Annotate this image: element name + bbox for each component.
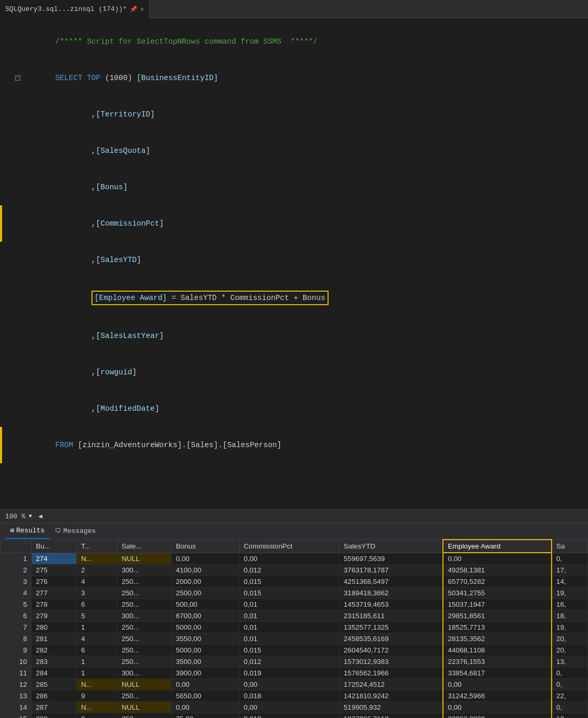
col-header-sale: Sale... bbox=[117, 540, 172, 553]
cell-rownum: 10 bbox=[1, 656, 32, 668]
cell-bonus: 75,00 bbox=[172, 713, 239, 719]
cell-award: 49258,1381 bbox=[443, 565, 552, 576]
from-content: FROM [zinzin_AdventureWorks].[Sales].[Sa… bbox=[26, 427, 588, 463]
cell-award: 65770,5282 bbox=[443, 576, 552, 588]
territory-content: ,[TerritoryID] bbox=[26, 96, 588, 133]
collapse-icon[interactable] bbox=[15, 75, 20, 81]
cell-ytd: 1576562,1966 bbox=[339, 668, 443, 679]
cell-sale: 300... bbox=[117, 565, 172, 576]
table-row: 62795300...6700,000,012315185,61129851,8… bbox=[1, 610, 588, 622]
cell-ytd: 1421810,9242 bbox=[339, 690, 443, 702]
commission-line: ,[CommissionPct] bbox=[0, 205, 588, 242]
select-line: SELECT TOP (1000) [BusinessEntityID] bbox=[0, 60, 588, 96]
close-icon[interactable]: ✕ bbox=[140, 6, 144, 12]
cell-comm: 0,015 bbox=[239, 645, 339, 656]
gutter-7 bbox=[0, 278, 26, 318]
gutter-11 bbox=[0, 427, 26, 463]
saleslastyear-line: ,[SalesLastYear] bbox=[0, 318, 588, 354]
table-row: 102831250...3500,000,0121573012,93832237… bbox=[1, 656, 588, 668]
tab-results[interactable]: ⊞ Results bbox=[5, 524, 50, 539]
cell-ytd: 2604540,7172 bbox=[339, 645, 443, 656]
bonus-line: ,[Bonus] bbox=[0, 169, 588, 205]
cell-bonus: 2500,00 bbox=[172, 588, 239, 599]
cell-comm: 0,00 bbox=[239, 553, 339, 565]
employee-award-line: [Employee Award] = SalesYTD * Commission… bbox=[0, 278, 588, 318]
cell-comm: 0,00 bbox=[239, 702, 339, 713]
cell-t: 5 bbox=[76, 610, 117, 622]
cell-award: 50341,2755 bbox=[443, 588, 552, 599]
cell-ytd: 1352577,1325 bbox=[339, 622, 443, 633]
cell-sa: 16, bbox=[552, 599, 588, 610]
cell-bonus: 0,00 bbox=[172, 553, 239, 565]
tab-messages[interactable]: 🗨 Messages bbox=[50, 524, 101, 539]
cell-bonus: 0,00 bbox=[172, 702, 239, 713]
sql-tab[interactable]: SQLQuery3.sql...zinsql (174))* 📌 ✕ bbox=[0, 0, 150, 18]
gutter-2 bbox=[0, 96, 26, 133]
cell-comm: 0,015 bbox=[239, 588, 339, 599]
cell-award: 15037,1947 bbox=[443, 599, 552, 610]
cell-t: 1 bbox=[76, 656, 117, 668]
messages-label: Messages bbox=[63, 527, 96, 535]
cell-bonus: 5000,00 bbox=[172, 622, 239, 633]
award-content: [Employee Award] = SalesYTD * Commission… bbox=[26, 278, 588, 318]
cell-comm: 0,00 bbox=[239, 679, 339, 690]
cell-sale: 250... bbox=[117, 622, 172, 633]
cell-bu: 281 bbox=[32, 633, 77, 645]
results-label: Results bbox=[16, 527, 45, 534]
cell-bu: 277 bbox=[32, 588, 77, 599]
zoom-level[interactable]: 100 % bbox=[5, 513, 25, 520]
cell-sa: 19, bbox=[552, 622, 588, 633]
pin-icon[interactable]: 📌 bbox=[130, 6, 137, 12]
col-header-ytd: SalesYTD bbox=[339, 540, 443, 553]
title-bar: SQLQuery3.sql...zinsql (174))* 📌 ✕ bbox=[0, 0, 588, 18]
zoom-arrow[interactable]: ▼ bbox=[29, 513, 32, 519]
gutter-4 bbox=[0, 169, 26, 205]
cell-bonus: 5000,00 bbox=[172, 645, 239, 656]
gutter-select bbox=[0, 60, 26, 96]
cell-bu: 282 bbox=[32, 645, 77, 656]
yellow-bar-commission bbox=[0, 205, 2, 242]
cell-award: 28135,3562 bbox=[443, 633, 552, 645]
tab-label: SQLQuery3.sql...zinsql (174))* bbox=[5, 5, 127, 13]
cell-comm: 0,015 bbox=[239, 576, 339, 588]
empty-line bbox=[0, 463, 588, 477]
cell-ytd: 1827066,7118 bbox=[339, 713, 443, 719]
cell-t: 4 bbox=[76, 576, 117, 588]
cell-bu: 279 bbox=[32, 610, 77, 622]
cell-ytd: 3763178,1787 bbox=[339, 565, 443, 576]
highlight-box: [Employee Award] = SalesYTD * Commission… bbox=[92, 291, 329, 305]
cell-bu: 278 bbox=[32, 599, 77, 610]
cell-bu: 276 bbox=[32, 576, 77, 588]
cell-comm: 0,01 bbox=[239, 599, 339, 610]
cell-bu: 284 bbox=[32, 668, 77, 679]
results-tabs: ⊞ Results 🗨 Messages bbox=[0, 524, 588, 539]
cell-ytd: 2315185,611 bbox=[339, 610, 443, 622]
salesytd-content: ,[SalesYTD] bbox=[26, 242, 588, 278]
cell-comm: 0,01 bbox=[239, 622, 339, 633]
cell-sale: NULL bbox=[117, 679, 172, 690]
cell-sa: 0, bbox=[552, 668, 588, 679]
cell-award: 44068,1108 bbox=[443, 645, 552, 656]
scroll-left-arrow[interactable]: ◀ bbox=[38, 512, 43, 520]
cell-comm: 0,018 bbox=[239, 690, 339, 702]
cell-ytd: 3189418,3662 bbox=[339, 588, 443, 599]
cell-bonus: 5650,00 bbox=[172, 690, 239, 702]
cell-rownum: 4 bbox=[1, 588, 32, 599]
cell-rownum: 6 bbox=[1, 610, 32, 622]
table-row: 32764250...2000,000,0154251368,549765770… bbox=[1, 576, 588, 588]
cell-comm: 0,019 bbox=[239, 668, 339, 679]
cell-comm: 0,01 bbox=[239, 633, 339, 645]
cell-rownum: 11 bbox=[1, 668, 32, 679]
cell-sa: 13, bbox=[552, 713, 588, 719]
cell-award: 22376,1553 bbox=[443, 656, 552, 668]
cell-sale: 250... bbox=[117, 690, 172, 702]
cell-bu: 288 bbox=[32, 713, 77, 719]
cell-sale: 250... bbox=[117, 633, 172, 645]
from-line: FROM [zinzin_AdventureWorks].[Sales].[Sa… bbox=[0, 427, 588, 463]
cell-rownum: 12 bbox=[1, 679, 32, 690]
salesquota-line: ,[SalesQuota] bbox=[0, 133, 588, 169]
modifieddate-line: ,[ModifiedDate] bbox=[0, 390, 588, 427]
cell-award: 0,00 bbox=[443, 702, 552, 713]
empty-line3 bbox=[0, 490, 588, 504]
col-header-award: Employee Award bbox=[443, 540, 552, 553]
